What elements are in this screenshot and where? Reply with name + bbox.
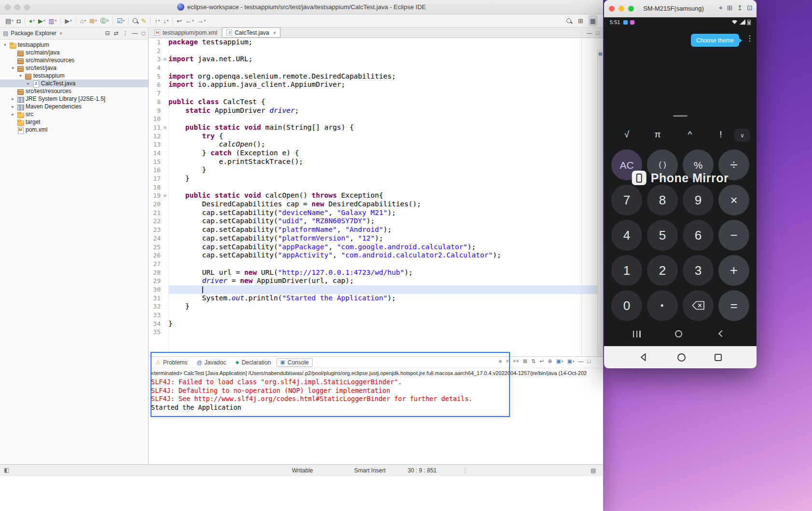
calc-button-3[interactable]: 3 <box>683 255 714 286</box>
home-nav-icon[interactable] <box>675 330 682 337</box>
drag-handle[interactable] <box>673 115 688 117</box>
back-nav-icon[interactable] <box>718 330 725 337</box>
editor-tab-testsappium-pom-xml[interactable]: Mtestsappium/pom.xml <box>150 27 222 38</box>
calc-button-square-root[interactable]: √ <box>620 129 633 140</box>
maximize-view-icon[interactable]: □ <box>142 30 145 37</box>
new-class-button[interactable]: Ⓒ▾ <box>99 15 110 26</box>
calc-button-pi[interactable]: π <box>651 129 664 140</box>
calc-button-6[interactable]: 6 <box>683 220 714 251</box>
search-button[interactable] <box>131 15 139 26</box>
back-button[interactable]: ←▾ <box>184 15 195 26</box>
minimize-view-button[interactable]: — <box>578 359 583 364</box>
chevron-down-icon[interactable]: ▾ <box>3 42 7 47</box>
upload-icon[interactable]: ↥ <box>737 4 743 11</box>
console-tab-javadoc[interactable]: @Javadoc <box>193 358 230 367</box>
zoom-button[interactable] <box>628 6 634 12</box>
debug-button[interactable]: ●▾ <box>28 15 36 26</box>
scroll-lock-button[interactable]: ⇅ <box>531 359 536 364</box>
calc-button-4[interactable]: 4 <box>611 220 642 251</box>
link-with-editor-icon[interactable]: ⇄ <box>114 30 119 37</box>
calc-button-9[interactable]: 9 <box>683 185 714 215</box>
open-console-button[interactable]: ▣▾ <box>567 359 574 364</box>
calc-button-equals[interactable]: = <box>718 290 749 321</box>
open-perspective-button[interactable]: ⊞ <box>577 15 585 26</box>
choose-theme-tooltip[interactable]: Choose theme <box>691 34 739 47</box>
display-icon[interactable]: ⊡ <box>747 4 753 11</box>
minimize-button[interactable] <box>14 4 20 10</box>
chevron-right-icon[interactable]: ▸ <box>11 104 15 109</box>
tree-item-maven-dependencies[interactable]: ▸Maven Dependencies <box>0 103 148 110</box>
save-button[interactable]: ◘ <box>15 15 22 26</box>
tree-item-testsappium[interactable]: ▾testsappium <box>0 72 148 80</box>
toggle-mark-occurrences-button[interactable]: ✎ <box>139 15 148 26</box>
calc-button-factorial[interactable]: ! <box>715 129 727 140</box>
fold-marker-icon[interactable]: ⊖ <box>162 191 168 200</box>
tree-item-calctest-java[interactable]: ▸CalcTest.java <box>0 80 148 87</box>
close-icon[interactable]: × <box>59 30 62 36</box>
chevron-right-icon[interactable]: ▸ <box>26 81 30 86</box>
close-button[interactable] <box>5 4 11 10</box>
overflow-menu-icon[interactable]: ⋮ <box>746 35 754 42</box>
previous-annotation-button[interactable]: ↑▾ <box>153 15 161 26</box>
calc-button-subtract[interactable]: − <box>718 220 749 251</box>
calc-button-8[interactable]: 8 <box>647 185 678 215</box>
tree-item-testsappium[interactable]: ▾testsappium <box>0 41 148 49</box>
chevron-down-icon[interactable]: ▾ <box>11 66 15 70</box>
java-perspective-button[interactable]: ▦ <box>589 15 597 26</box>
console-output[interactable]: <terminated> CalcTest [Java Application]… <box>149 368 603 412</box>
mirror-back-button[interactable] <box>639 352 648 362</box>
phone-titlebar[interactable]: SM-M215F(samsung) ⌖⊞↥⊡ <box>604 0 757 17</box>
pin-console-button[interactable]: ⊕ <box>548 359 552 364</box>
display-selected-console-button[interactable]: ▣▾ <box>556 359 564 364</box>
close-button[interactable] <box>609 6 615 12</box>
tree-item-src-test-resources[interactable]: src/test/resources <box>0 87 148 95</box>
recents-nav-icon[interactable] <box>633 331 641 337</box>
tree-item-src[interactable]: ▸src <box>0 110 148 118</box>
clear-console-button[interactable]: ⊠ <box>523 359 527 364</box>
terminate-button[interactable]: ■ <box>499 359 502 364</box>
progress-indicator-icon[interactable]: ▤ <box>591 467 596 474</box>
next-annotation-button[interactable]: ↓▾ <box>162 15 170 26</box>
remove-all-terminated-button[interactable]: ×× <box>513 359 519 364</box>
quick-access-search-button[interactable] <box>565 15 573 26</box>
minimize-view-icon[interactable]: — <box>587 30 592 36</box>
fit-screen-icon[interactable]: ⊞ <box>727 4 733 11</box>
minimize-view-icon[interactable]: — <box>132 30 138 37</box>
tree-item-jre-system-library-j2se-1-5[interactable]: ▸JRE System Library [J2SE-1.5] <box>0 95 148 103</box>
calc-button-add[interactable]: + <box>718 255 749 286</box>
fold-marker-icon[interactable]: ⊖ <box>162 55 168 64</box>
calc-button-7[interactable]: 7 <box>611 185 642 215</box>
tree-item-pom-xml[interactable]: pom.xml <box>0 126 148 134</box>
tree-item-src-main-resources[interactable]: src/main/resources <box>0 56 148 64</box>
mirror-home-button[interactable] <box>677 353 686 362</box>
tree-item-target[interactable]: target <box>0 118 148 126</box>
console-tab-declaration[interactable]: ◈Declaration <box>231 358 275 367</box>
close-icon[interactable]: × <box>273 30 276 36</box>
view-menu-icon[interactable]: ⋮ <box>123 30 128 37</box>
new-wizard-button[interactable]: ▤▾ <box>4 15 15 26</box>
tree-item-src-test-java[interactable]: ▾src/test/java <box>0 64 148 72</box>
remote-control-icon[interactable]: ⌖ <box>719 4 723 11</box>
calc-button-0[interactable]: 0 <box>611 290 642 321</box>
eclipse-titlebar[interactable]: eclipse-workspace - testsappium/src/test… <box>0 0 603 14</box>
calc-button-multiply[interactable]: × <box>718 185 749 215</box>
word-wrap-button[interactable]: ↩ <box>539 359 544 364</box>
mirror-recents-button[interactable] <box>715 354 722 361</box>
console-tab-console[interactable]: ▣Console <box>276 358 313 367</box>
minimize-button[interactable] <box>619 6 624 12</box>
status-area-icon[interactable]: ◧ <box>4 467 9 473</box>
coverage-button[interactable]: ▥▾ <box>47 15 58 26</box>
calc-button-1[interactable]: 1 <box>611 255 642 286</box>
calc-button-2[interactable]: 2 <box>647 255 678 286</box>
chevron-right-icon[interactable]: ▸ <box>11 112 15 117</box>
calc-button-decimal[interactable]: · <box>647 290 678 321</box>
tree-item-src-main-java[interactable]: src/main/java <box>0 49 148 56</box>
maximize-view-icon[interactable]: □ <box>596 30 599 36</box>
calc-button-backspace[interactable] <box>683 290 714 321</box>
calc-button-power[interactable]: ^ <box>684 129 696 140</box>
calc-button-5[interactable]: 5 <box>647 220 678 251</box>
chevron-down-icon[interactable]: ▾ <box>18 73 23 78</box>
editor-tab-calctest-java[interactable]: JCalcTest.java× <box>222 27 281 38</box>
console-tab-problems[interactable]: ⚠Problems <box>152 358 192 367</box>
open-task-button[interactable]: ☑▾ <box>115 15 126 26</box>
